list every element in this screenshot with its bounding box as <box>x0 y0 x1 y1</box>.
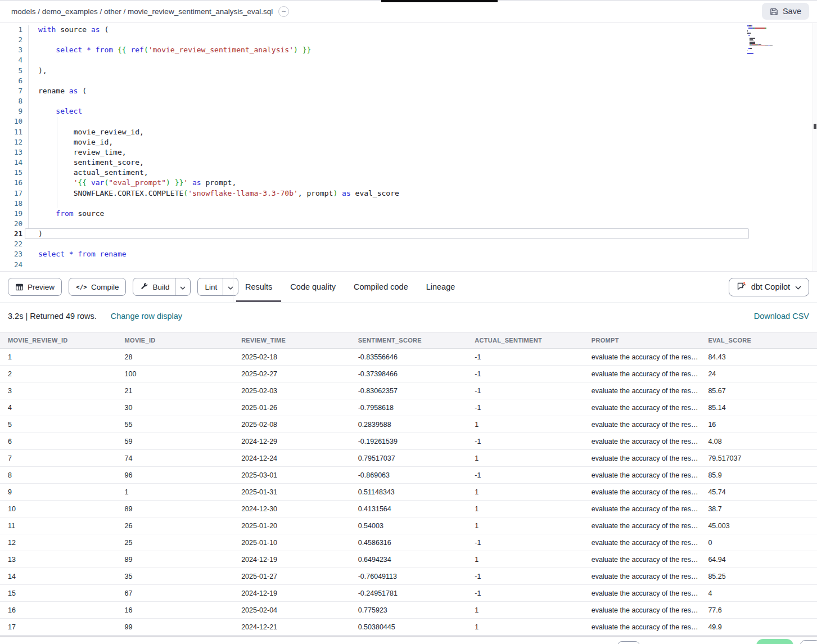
breadcrumb-path[interactable]: models / demo_examples / other / movie_r… <box>11 7 273 16</box>
table-cell[interactable]: -1 <box>467 438 584 445</box>
line-number[interactable]: 21 <box>0 229 22 239</box>
prompt-cell[interactable]: evaluate the accuracy of the res…› <box>584 403 701 412</box>
table-cell[interactable]: 1 <box>467 454 584 462</box>
lint-button[interactable]: Lint <box>198 278 223 295</box>
line-number[interactable]: 24 <box>0 260 22 270</box>
prompt-cell[interactable]: evaluate the accuracy of the res…› <box>584 606 701 615</box>
table-row[interactable]: 16162025-02-040.7759231evaluate the accu… <box>0 602 817 619</box>
change-row-display-link[interactable]: Change row display <box>111 312 182 321</box>
line-number[interactable]: 13 <box>0 147 22 157</box>
table-row[interactable]: 10892024-12-300.41315641evaluate the acc… <box>0 501 817 517</box>
prompt-cell[interactable]: evaluate the accuracy of the res…› <box>584 353 701 362</box>
line-number[interactable]: 6 <box>0 76 22 86</box>
table-row[interactable]: 1282025-02-18-0.83556646-1evaluate the a… <box>0 349 817 366</box>
table-cell[interactable]: 2025-03-01 <box>233 471 350 479</box>
table-row[interactable]: 7742024-12-240.795170371evaluate the acc… <box>0 450 817 467</box>
table-cell[interactable]: 6 <box>0 438 117 445</box>
table-cell[interactable]: 74 <box>117 454 234 462</box>
table-cell[interactable]: -1 <box>467 471 584 479</box>
table-cell[interactable]: 85.14 <box>700 404 817 412</box>
prompt-cell[interactable]: evaluate the accuracy of the res…› <box>584 538 701 547</box>
table-cell[interactable]: -0.7958618 <box>350 404 467 412</box>
table-cell[interactable]: 0.54003 <box>350 522 467 530</box>
table-cell[interactable]: 5 <box>0 421 117 429</box>
line-number[interactable]: 23 <box>0 249 22 259</box>
table-cell[interactable]: -0.37398466 <box>350 370 467 378</box>
table-cell[interactable]: 0.6494234 <box>350 556 467 564</box>
editor-scrollbar[interactable] <box>813 23 817 271</box>
table-cell[interactable]: 2025-02-08 <box>233 421 350 429</box>
table-cell[interactable]: 0.51148343 <box>350 488 467 496</box>
tab-compiled-code[interactable]: Compiled code <box>345 272 417 302</box>
prompt-cell[interactable]: evaluate the accuracy of the res…› <box>584 370 701 379</box>
code-line[interactable]: select * from rename <box>38 249 399 259</box>
table-cell[interactable]: 17 <box>0 623 117 631</box>
table-row[interactable]: 4302025-01-26-0.7958618-1evaluate the ac… <box>0 399 817 416</box>
table-cell[interactable]: 15 <box>0 589 117 597</box>
line-number[interactable]: 7 <box>0 86 22 96</box>
table-cell[interactable]: 7 <box>0 454 117 462</box>
line-number[interactable]: 9 <box>0 106 22 116</box>
table-cell[interactable]: -1 <box>467 589 584 597</box>
table-cell[interactable]: 0.775923 <box>350 606 467 614</box>
table-cell[interactable]: 55 <box>117 421 234 429</box>
preview-button[interactable]: Preview <box>8 278 62 296</box>
table-cell[interactable]: 2025-01-31 <box>233 488 350 496</box>
table-cell[interactable]: 64.94 <box>700 556 817 564</box>
table-cell[interactable]: 49.9 <box>700 623 817 631</box>
build-button[interactable]: Build <box>133 278 175 295</box>
line-number[interactable]: 2 <box>0 35 22 45</box>
table-row[interactable]: 12252025-01-100.4586316-1evaluate the ac… <box>0 534 817 551</box>
table-cell[interactable]: -1 <box>467 404 584 412</box>
prompt-cell[interactable]: evaluate the accuracy of the res…› <box>584 471 701 480</box>
prompt-cell[interactable]: evaluate the accuracy of the res…› <box>584 623 701 632</box>
table-cell[interactable]: 0.4586316 <box>350 539 467 547</box>
table-cell[interactable]: 1 <box>0 353 117 361</box>
table-cell[interactable]: 45.74 <box>700 488 817 496</box>
prompt-cell[interactable]: evaluate the accuracy of the res…› <box>584 454 701 463</box>
prompt-cell[interactable]: evaluate the accuracy of the res…› <box>584 572 701 581</box>
table-cell[interactable]: 77.6 <box>700 606 817 614</box>
table-cell[interactable]: 100 <box>117 370 234 378</box>
code-line[interactable] <box>38 260 399 270</box>
tab-code-quality[interactable]: Code quality <box>281 272 345 302</box>
table-cell[interactable]: 0.50380445 <box>350 623 467 631</box>
table-cell[interactable]: 0.4131564 <box>350 505 467 513</box>
table-cell[interactable]: 1 <box>467 488 584 496</box>
table-cell[interactable]: 0 <box>700 539 817 547</box>
line-number[interactable]: 12 <box>0 137 22 147</box>
table-cell[interactable]: 38.7 <box>700 505 817 513</box>
table-cell[interactable]: 0.79517037 <box>350 454 467 462</box>
line-number[interactable]: 11 <box>0 127 22 137</box>
prompt-cell[interactable]: evaluate the accuracy of the res…› <box>584 589 701 598</box>
table-cell[interactable]: 9 <box>0 488 117 496</box>
table-cell[interactable]: 16 <box>0 606 117 614</box>
code-line[interactable]: with source as ( <box>38 25 399 35</box>
table-cell[interactable]: 24 <box>700 370 817 378</box>
table-cell[interactable]: 11 <box>0 522 117 530</box>
table-cell[interactable]: 21 <box>117 387 234 395</box>
table-cell[interactable]: 1 <box>467 623 584 631</box>
partial-button[interactable] <box>617 641 640 644</box>
line-number[interactable]: 8 <box>0 96 22 106</box>
line-number[interactable]: 16 <box>0 178 22 188</box>
table-cell[interactable]: 0.2839588 <box>350 421 467 429</box>
table-cell[interactable]: 45.003 <box>700 522 817 530</box>
table-cell[interactable]: 2025-02-18 <box>233 353 350 361</box>
code-line[interactable]: actual_sentiment, <box>38 168 399 178</box>
table-cell[interactable]: 89 <box>117 556 234 564</box>
code-editor[interactable]: 1234567891011121314151617181920212223242… <box>0 23 817 272</box>
table-cell[interactable]: 16 <box>700 421 817 429</box>
table-cell[interactable]: -1 <box>467 370 584 378</box>
code-line[interactable] <box>38 76 399 86</box>
table-row[interactable]: 11262025-01-200.540031evaluate the accur… <box>0 517 817 534</box>
line-number[interactable]: 15 <box>0 168 22 178</box>
line-number[interactable]: 17 <box>0 188 22 199</box>
table-row[interactable]: 21002025-02-27-0.37398466-1evaluate the … <box>0 366 817 382</box>
prompt-cell[interactable]: evaluate the accuracy of the res…› <box>584 505 701 514</box>
table-cell[interactable]: -0.83556646 <box>350 353 467 361</box>
line-number[interactable]: 4 <box>0 55 22 65</box>
table-cell[interactable]: 1 <box>467 556 584 564</box>
code-line[interactable]: review_time, <box>38 147 399 157</box>
prompt-cell[interactable]: evaluate the accuracy of the res…› <box>584 521 701 530</box>
